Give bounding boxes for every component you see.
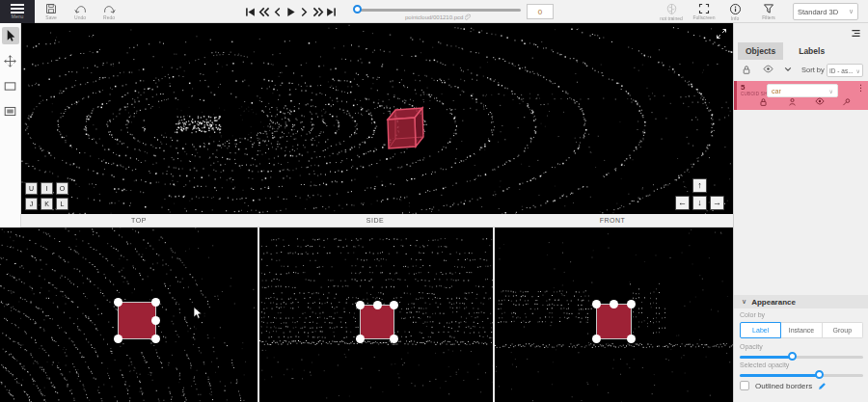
frame-seekbar: pointcloud/001210.pcd xyxy=(355,0,521,23)
key-l-button[interactable]: L xyxy=(56,198,68,210)
front-view-label: FRONT xyxy=(600,217,626,224)
menu-button[interactable]: Menu xyxy=(0,0,35,23)
key-u-button[interactable]: U xyxy=(25,182,38,195)
attach-icon xyxy=(465,13,471,20)
pointcloud-labeling-app: Menu Save Undo Redo pointcloud/ xyxy=(0,0,868,402)
frame-number-input[interactable] xyxy=(527,4,554,19)
fullscreen-icon xyxy=(698,3,710,14)
fullscreen-button[interactable]: Fullscreen xyxy=(691,0,718,23)
cuboid-side-view[interactable] xyxy=(360,305,394,339)
key-j-button[interactable]: J xyxy=(25,198,38,210)
resize-handle[interactable] xyxy=(627,335,636,343)
outlined-borders-checkbox[interactable] xyxy=(740,381,749,390)
skip-start-icon[interactable] xyxy=(244,4,257,19)
expand-icon[interactable] xyxy=(716,28,727,40)
rotate-handle[interactable] xyxy=(151,316,160,325)
object-class-select[interactable]: car ∨ xyxy=(767,84,838,97)
chevron-down-icon[interactable] xyxy=(784,67,792,72)
lock-icon[interactable] xyxy=(759,97,768,107)
not-trained-button[interactable]: not trained xyxy=(656,0,687,23)
arrow-key-pad: ↑ ← ↓ → xyxy=(675,178,725,211)
seekbar-handle[interactable] xyxy=(353,5,362,13)
undo-button[interactable]: Undo xyxy=(68,0,93,23)
next-frame-icon[interactable] xyxy=(298,4,311,19)
cuboid-3d-annotation[interactable] xyxy=(378,102,436,160)
pencil-icon[interactable] xyxy=(818,382,827,390)
select-tool-button[interactable] xyxy=(2,27,19,44)
top-view[interactable] xyxy=(0,228,258,402)
resize-handle[interactable] xyxy=(373,301,382,309)
view-mode-select[interactable]: Standard 3D ∨ xyxy=(793,3,858,20)
rewind-icon[interactable] xyxy=(258,4,270,19)
selected-opacity-slider-handle[interactable] xyxy=(815,370,824,379)
panel-menu-icon[interactable] xyxy=(850,27,862,40)
lock-all-icon[interactable] xyxy=(742,65,751,75)
front-view[interactable] xyxy=(493,228,733,402)
eye-icon[interactable] xyxy=(815,97,825,105)
opacity-slider-handle[interactable] xyxy=(788,352,797,361)
key-i-button[interactable]: I xyxy=(41,182,53,195)
tab-labels[interactable]: Labels xyxy=(791,42,832,60)
move-tool-button[interactable] xyxy=(2,52,19,69)
resize-handle[interactable] xyxy=(151,335,160,343)
selected-opacity-slider[interactable] xyxy=(740,370,863,380)
resize-handle[interactable] xyxy=(390,301,398,309)
pin-icon[interactable] xyxy=(842,97,851,107)
key-k-button[interactable]: K xyxy=(41,198,53,210)
color-by-label: Color by xyxy=(740,311,765,318)
opacity-slider[interactable] xyxy=(740,352,863,362)
tab-objects[interactable]: Objects xyxy=(738,42,783,60)
cuboid-front-view[interactable] xyxy=(596,304,632,339)
key-o-button[interactable]: O xyxy=(56,182,68,195)
arrow-right-button[interactable]: → xyxy=(710,196,724,210)
resize-handle[interactable] xyxy=(114,298,122,307)
fast-forward-icon[interactable] xyxy=(312,4,324,19)
main-3d-view[interactable]: U I O J K L ↑ ← ↓ → xyxy=(21,23,733,214)
object-row-car[interactable]: 5 CUBOID SHAPE car ∨ ⋮ xyxy=(734,81,868,110)
seekbar-track[interactable] xyxy=(355,9,521,12)
play-icon[interactable] xyxy=(285,4,297,19)
cuboid-tool-button[interactable] xyxy=(2,77,19,94)
chevron-down-icon: ∨ xyxy=(829,88,833,94)
color-by-label-button[interactable]: Label xyxy=(740,322,781,338)
appearance-header[interactable]: ∨ Appearance xyxy=(734,295,868,308)
resize-handle[interactable] xyxy=(390,335,398,343)
image-tool-button[interactable] xyxy=(2,102,19,120)
filters-button[interactable]: Filters xyxy=(756,0,781,23)
resize-handle[interactable] xyxy=(151,298,160,307)
side-view[interactable] xyxy=(258,228,493,402)
side-view-label: SIDE xyxy=(366,217,384,224)
arrow-down-button[interactable]: ↓ xyxy=(692,196,707,210)
move-tool-icon xyxy=(4,55,16,67)
arrow-up-button[interactable]: ↑ xyxy=(692,178,707,193)
tools-sidebar xyxy=(0,23,21,228)
pointcloud-canvas[interactable] xyxy=(21,23,733,214)
resize-handle[interactable] xyxy=(356,301,365,309)
more-icon[interactable]: ⋮ xyxy=(856,84,865,93)
object-id: 5 xyxy=(741,83,745,92)
resize-handle[interactable] xyxy=(356,335,365,343)
redo-button[interactable]: Redo xyxy=(96,0,122,23)
resize-handle[interactable] xyxy=(627,300,636,308)
save-button[interactable]: Save xyxy=(39,0,64,23)
brain-icon xyxy=(665,3,678,15)
sort-select[interactable]: ID - as... ∨ xyxy=(827,64,863,77)
color-by-instance-button[interactable]: Instance xyxy=(781,322,822,338)
resize-handle[interactable] xyxy=(610,300,618,308)
menu-icon xyxy=(11,4,24,13)
info-button[interactable]: Info xyxy=(723,0,746,23)
chevron-down-icon: ∨ xyxy=(742,298,746,306)
top-toolbar: Menu Save Undo Redo pointcloud/ xyxy=(0,0,868,23)
prev-frame-icon[interactable] xyxy=(271,4,284,19)
resize-handle[interactable] xyxy=(592,335,601,343)
resize-handle[interactable] xyxy=(114,335,122,343)
filename-label: pointcloud/001210.pcd xyxy=(355,13,521,20)
visibility-all-icon[interactable] xyxy=(763,65,773,73)
color-by-group-button[interactable]: Group xyxy=(823,322,863,338)
skip-end-icon[interactable] xyxy=(325,4,338,19)
image-tool-icon xyxy=(4,106,16,117)
person-icon[interactable] xyxy=(788,97,797,107)
resize-handle[interactable] xyxy=(592,300,601,308)
cuboid-top-view[interactable] xyxy=(118,302,156,339)
arrow-left-button[interactable]: ← xyxy=(675,196,690,210)
